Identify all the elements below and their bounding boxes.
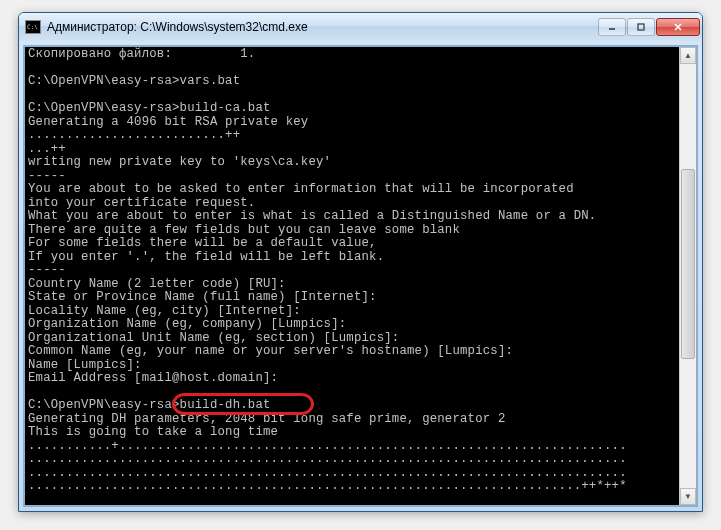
scroll-up-button[interactable]: ▲ [680,47,696,64]
console-frame: Скопировано файлов: 1. C:\OpenVPN\easy-r… [23,45,698,507]
window-controls [598,18,700,36]
minimize-button[interactable] [598,18,626,36]
maximize-button[interactable] [627,18,655,36]
console-output[interactable]: Скопировано файлов: 1. C:\OpenVPN\easy-r… [25,47,696,507]
cmd-window: Администратор: C:\Windows\system32\cmd.e… [18,12,703,512]
vertical-scrollbar[interactable]: ▲ ▼ [679,47,696,505]
close-button[interactable] [656,18,700,36]
window-title: Администратор: C:\Windows\system32\cmd.e… [47,20,598,34]
scroll-down-button[interactable]: ▼ [680,488,696,505]
scroll-thumb[interactable] [681,169,695,359]
scroll-track[interactable] [680,64,696,488]
cmd-icon [25,20,41,34]
svg-rect-1 [638,24,644,30]
titlebar[interactable]: Администратор: C:\Windows\system32\cmd.e… [19,13,702,41]
